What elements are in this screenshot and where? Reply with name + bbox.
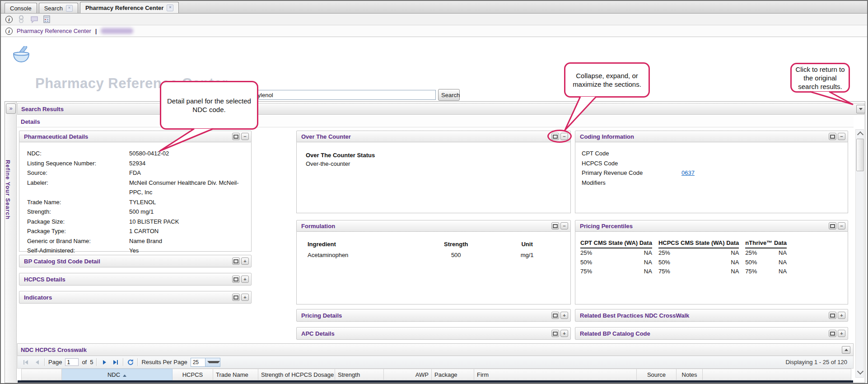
column-header-trade-name[interactable]: Trade Name [213, 369, 258, 380]
link-icon[interactable] [18, 15, 25, 23]
panel-title: Pricing Details [301, 312, 550, 319]
maximize-button[interactable] [232, 276, 240, 283]
maximize-button[interactable] [551, 312, 559, 319]
expand-button[interactable]: + [241, 276, 249, 283]
close-icon[interactable]: × [167, 5, 173, 11]
panel-title: Formulation [301, 223, 550, 229]
maximize-button[interactable] [232, 133, 240, 140]
table-row: Acetaminophen500mg/1 [308, 250, 561, 261]
close-icon[interactable]: × [66, 5, 73, 12]
percentile-label: 50% [745, 258, 757, 267]
column-header-filler [703, 369, 851, 380]
expand-button[interactable]: + [241, 258, 249, 265]
first-page-button[interactable] [22, 358, 30, 366]
comment-icon[interactable] [30, 16, 38, 23]
detail-row: Modifiers [575, 178, 848, 188]
maximize-button[interactable] [232, 294, 240, 301]
maximize-button[interactable] [829, 133, 836, 140]
detail-label: Package Type: [27, 226, 129, 236]
panel-collapsed-related-best-practices-ndc-crosswalk: Related Best Practices NDC CrossWalk+ [575, 309, 848, 322]
collapse-button[interactable]: − [838, 133, 845, 140]
percentile-label: 25% [658, 248, 670, 258]
scroll-down-icon[interactable] [857, 368, 863, 375]
calculator-icon[interactable] [43, 15, 50, 23]
detail-label: Strength: [27, 207, 129, 217]
detail-label: Listing Sequence Number: [27, 159, 129, 169]
column-header-awp[interactable]: AWP [384, 369, 432, 380]
info-icon[interactable]: i [5, 16, 13, 23]
column-header-strength[interactable]: Strength [335, 369, 384, 380]
column-header-strength-of-hcpcs-dosage[interactable]: Strength of HCPCS Dosage [258, 369, 335, 380]
collapse-section-button[interactable] [842, 346, 850, 354]
detail-value: Yes [129, 246, 139, 256]
results-per-page-select[interactable]: 25 [191, 358, 220, 367]
collapse-button[interactable]: − [838, 222, 845, 229]
collapse-button[interactable]: − [241, 133, 249, 140]
cell: Acetaminophen [308, 250, 419, 261]
vertical-scrollbar[interactable] [855, 129, 864, 378]
last-page-button[interactable] [112, 358, 120, 366]
displaying-count: Displaying 1 - 25 of 120 [785, 359, 847, 365]
percentile-label: 50% [658, 258, 670, 267]
scroll-up-icon[interactable] [857, 131, 863, 138]
percentile-label: 25% [745, 248, 757, 258]
expand-button[interactable]: + [838, 330, 845, 337]
dropdown-trigger[interactable] [205, 358, 220, 366]
maximize-button[interactable] [232, 258, 240, 265]
panel-header: Coding Information − [575, 131, 848, 142]
maximize-button[interactable] [551, 330, 559, 337]
detail-label: CPT Code [582, 149, 681, 159]
group-header: HCPCS CMS State (WA) Data [658, 239, 739, 248]
percentile-group: nThrive™ Data25%NA50%NA75%NA [745, 239, 787, 276]
expand-button[interactable]: + [241, 294, 249, 301]
panel-header: Over The Counter − [296, 131, 571, 142]
results-per-page-value: 25 [191, 358, 205, 366]
column-header-source[interactable]: Source [637, 369, 677, 380]
panel-header: Pricing Percentiles − [575, 220, 848, 232]
percentile-value: NA [644, 258, 652, 267]
expand-button[interactable]: + [838, 312, 845, 319]
panel-title: Related BP Catalog Code [580, 330, 827, 337]
tab-search[interactable]: Search× [39, 3, 78, 13]
app-window: ConsoleSearch×Pharmacy Reference Center×… [0, 0, 868, 384]
detail-label: Primary Revenue Code [582, 168, 681, 178]
results-per-page-label: Results Per Page [141, 359, 187, 365]
breadcrumb-link[interactable]: Pharmacy Reference Center [17, 28, 91, 34]
tab-console[interactable]: Console [5, 3, 37, 13]
page-label: Page [48, 359, 62, 365]
tab-pharmacy-reference-center[interactable]: Pharmacy Reference Center× [80, 2, 179, 13]
search-button[interactable]: Search [438, 89, 460, 101]
column-header-notes[interactable]: Notes [677, 369, 703, 380]
page-number-input[interactable] [65, 358, 79, 366]
scrollbar-thumb[interactable] [856, 139, 864, 171]
expand-button[interactable]: + [560, 312, 568, 319]
column-header-firm[interactable]: Firm [474, 369, 637, 380]
panel-title: Over The Counter [301, 133, 550, 140]
search-results-bar[interactable]: Search Results [17, 103, 864, 115]
revenue-code-link[interactable]: 0637 [681, 168, 695, 178]
maximize-button[interactable] [829, 312, 836, 319]
column-header-ndc[interactable]: NDC [62, 369, 173, 380]
search-input[interactable] [253, 90, 436, 100]
percentile-group: HCPCS CMS State (WA) Data25%NA50%NA75%NA [658, 239, 739, 276]
expand-sidebar-button[interactable]: » [6, 103, 16, 114]
column-header-hcpcs[interactable]: HCPCS [173, 369, 213, 380]
collapse-button[interactable]: − [560, 222, 568, 229]
percentile-row: 25%NA [658, 248, 739, 258]
refine-your-search-label: Refine Your Search [5, 160, 11, 220]
maximize-button[interactable] [829, 222, 836, 229]
maximize-button[interactable] [829, 330, 836, 337]
detail-value: 50580-0412-02 [129, 149, 169, 159]
maximize-button[interactable] [551, 222, 559, 229]
expand-button[interactable]: + [560, 330, 568, 337]
restore-search-results-button[interactable] [856, 105, 865, 113]
refresh-icon[interactable] [127, 359, 134, 366]
column-header-package[interactable]: Package [432, 369, 474, 380]
toolbar-separator [44, 358, 45, 366]
next-page-button[interactable] [100, 358, 108, 366]
panel-collapsed-pricing-details: Pricing Details+ [296, 309, 571, 322]
detail-value: 500 mg/1 [129, 207, 154, 217]
previous-page-button[interactable] [33, 358, 41, 366]
percentile-label: 75% [745, 267, 757, 276]
panel-title: Indicators [24, 294, 231, 301]
